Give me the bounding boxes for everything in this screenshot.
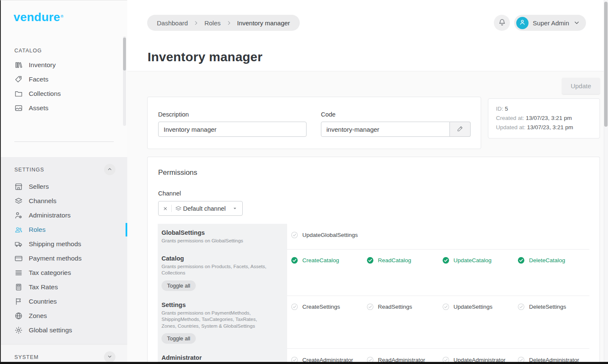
sidebar-item-collections[interactable]: Collections <box>1 87 127 101</box>
sidebar-item-channels[interactable]: Channels <box>1 194 127 208</box>
user-icon <box>519 19 526 27</box>
code-field: Code <box>321 111 471 137</box>
collapse-system-button[interactable] <box>104 351 115 363</box>
sidebar-item-label: Tax Rates <box>29 283 58 291</box>
channel-select[interactable]: Default channel <box>158 201 243 216</box>
permission-checkbox-createcatalog[interactable]: CreateCatalog <box>287 256 363 265</box>
sidebar-item-administrators[interactable]: Administrators <box>1 208 127 223</box>
sidebar-item-label: Inventory <box>29 61 56 69</box>
sidebar-section-catalog: CATALOGInventoryFacetsCollectionsAssets <box>1 24 127 115</box>
update-button[interactable]: Update <box>562 78 600 94</box>
chevron-down-icon <box>107 354 112 361</box>
administrators-icon <box>14 211 23 220</box>
unchecked-circle-icon <box>442 303 449 310</box>
breadcrumb-item[interactable]: Roles <box>204 19 220 27</box>
permission-checkbox-deletesettings[interactable]: DeleteSettings <box>514 302 589 312</box>
clear-channel-icon[interactable] <box>159 205 172 212</box>
global-settings-icon <box>14 326 23 334</box>
sidebar-item-label: Zones <box>29 312 47 320</box>
sidebar-scrollbar-thumb[interactable] <box>123 38 126 71</box>
permission-checkbox-readsettings[interactable]: ReadSettings <box>363 302 438 312</box>
sidebar-item-label: Countries <box>29 298 57 305</box>
sidebar-item-global-settings[interactable]: Global settings <box>1 323 127 337</box>
sidebar-item-tax-rates[interactable]: Tax Rates <box>1 280 127 294</box>
permission-checkbox-updatesettings[interactable]: UpdateSettings <box>438 302 514 312</box>
page-scrollbar[interactable] <box>604 0 608 362</box>
section-label: CATALOG <box>14 48 42 54</box>
permission-checkbox-updateglobalsettings[interactable]: UpdateGlobalSettings <box>287 230 363 239</box>
avatar <box>516 17 529 29</box>
registered-mark: ® <box>60 14 63 19</box>
toggle-all-button[interactable]: Toggle all <box>162 280 196 291</box>
sidebar-scrollbar[interactable] <box>123 36 126 126</box>
permissions-table: GlobalSettingsGrants permissions on Glob… <box>148 224 600 364</box>
tax-categories-icon <box>14 269 23 277</box>
permission-group-name: Catalog <box>162 255 280 262</box>
sidebar-item-facets[interactable]: Facets <box>1 72 127 87</box>
permission-group-name: Administrator <box>162 354 280 361</box>
permission-checkboxes: CreateSettingsReadSettingsUpdateSettings… <box>287 296 589 349</box>
main-area: DashboardRolesInventory manager Super Ad… <box>127 0 608 362</box>
sidebar-item-label: Channels <box>29 197 57 205</box>
notifications-button[interactable] <box>494 15 510 31</box>
permission-label: DeleteSettings <box>529 304 566 310</box>
breadcrumb-item[interactable]: Dashboard <box>157 19 188 27</box>
user-name: Super Admin <box>533 19 569 27</box>
sidebar-item-label: Facets <box>29 76 49 83</box>
permission-checkbox-createsettings[interactable]: CreateSettings <box>287 302 363 312</box>
permission-checkbox-deletecatalog[interactable]: DeleteCatalog <box>514 256 589 265</box>
description-field: Description <box>158 111 307 137</box>
section-label: SETTINGS <box>14 167 44 173</box>
sidebar-item-label: Tax categories <box>29 269 71 277</box>
window-bottom-bar <box>0 362 608 364</box>
code-input[interactable] <box>321 122 450 137</box>
sidebar-item-countries[interactable]: Countries <box>1 294 127 309</box>
permission-row-catalog: CatalogGrants permissions on Products, F… <box>148 250 600 296</box>
collapse-settings-button[interactable] <box>104 164 115 175</box>
facets-icon <box>14 75 23 84</box>
permission-label: CreateCatalog <box>302 257 339 263</box>
sidebar-item-tax-categories[interactable]: Tax categories <box>1 266 127 280</box>
vendure-logo[interactable]: vendure® <box>1 0 127 24</box>
bell-icon <box>498 18 506 27</box>
chevron-up-icon <box>107 166 112 173</box>
created-at-line: Created at: 13/07/23, 3:21 pm <box>496 114 592 123</box>
edit-code-button[interactable] <box>450 122 471 137</box>
user-menu-button[interactable]: Super Admin <box>514 15 586 31</box>
breadcrumb-item[interactable]: Inventory manager <box>237 19 290 27</box>
zones-icon <box>14 312 23 320</box>
permission-row-header: GlobalSettingsGrants permissions on Glob… <box>158 224 287 250</box>
sidebar-nav: CATALOGInventoryFacetsCollectionsAssetsS… <box>1 24 127 364</box>
inventory-icon <box>14 61 23 69</box>
layers-icon <box>175 205 182 212</box>
permission-checkboxes: UpdateGlobalSettings <box>287 224 589 250</box>
app-window: vendure® CATALOGInventoryFacetsCollectio… <box>0 0 608 362</box>
roles-icon <box>14 225 23 234</box>
channels-icon <box>14 197 23 205</box>
sidebar-item-payment-methods[interactable]: Payment methods <box>1 251 127 266</box>
description-input[interactable] <box>158 122 307 137</box>
permission-label: DeleteCatalog <box>529 257 565 263</box>
permission-label: UpdateGlobalSettings <box>302 232 358 238</box>
permission-checkbox-readcatalog[interactable]: ReadCatalog <box>363 256 438 265</box>
toggle-all-button[interactable]: Toggle all <box>162 333 196 344</box>
permission-row-settings: SettingsGrants permissions on PaymentMet… <box>148 296 600 349</box>
unchecked-circle-icon <box>518 303 525 310</box>
payment-icon <box>14 254 23 263</box>
page-title: Inventory manager <box>148 50 588 64</box>
sidebar-item-assets[interactable]: Assets <box>1 101 127 115</box>
sidebar: vendure® CATALOGInventoryFacetsCollectio… <box>0 0 127 362</box>
code-label: Code <box>321 111 471 118</box>
channel-value: Default channel <box>183 205 226 212</box>
page-scrollbar-thumb[interactable] <box>604 2 608 127</box>
permission-checkbox-updatecatalog[interactable]: UpdateCatalog <box>438 256 514 265</box>
sidebar-item-inventory[interactable]: Inventory <box>1 58 127 72</box>
permission-row-header: CatalogGrants permissions on Products, F… <box>158 250 287 296</box>
sidebar-item-sellers[interactable]: Sellers <box>1 179 127 194</box>
updated-at-line: Updated at: 13/07/23, 3:21 pm <box>496 123 592 132</box>
sidebar-item-roles[interactable]: Roles <box>1 223 127 237</box>
sidebar-item-zones[interactable]: Zones <box>1 309 127 323</box>
pencil-icon <box>457 125 464 133</box>
shipping-icon <box>14 240 23 248</box>
sidebar-item-shipping-methods[interactable]: Shipping methods <box>1 237 127 251</box>
